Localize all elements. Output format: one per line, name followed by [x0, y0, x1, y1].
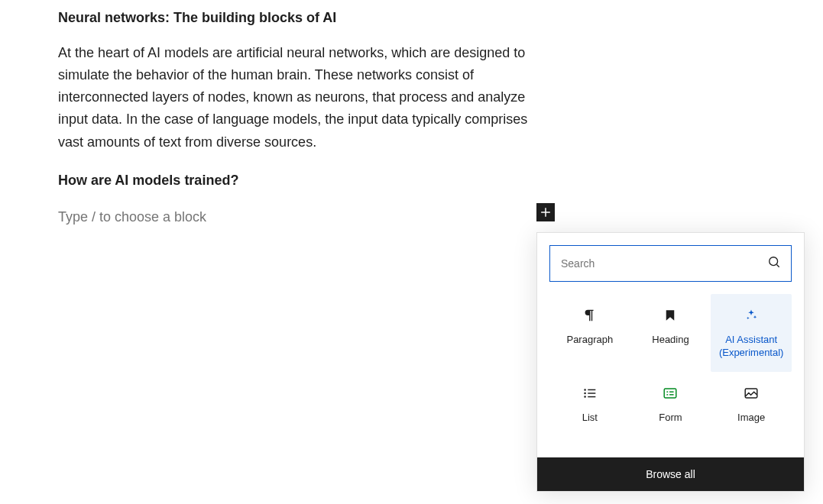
block-label: AI Assistant (Experimental) — [714, 334, 789, 360]
search-input[interactable] — [559, 257, 766, 270]
list-icon — [582, 384, 598, 402]
paragraph-block[interactable]: At the heart of AI models are artificial… — [58, 42, 535, 153]
sparkle-icon — [744, 306, 759, 325]
image-icon — [743, 384, 760, 402]
block-option-heading[interactable]: Heading — [630, 294, 711, 372]
block-label: List — [582, 412, 598, 425]
svg-rect-7 — [665, 389, 677, 398]
svg-point-5 — [585, 393, 585, 393]
block-option-form[interactable]: Form — [630, 372, 711, 445]
svg-point-0 — [770, 257, 778, 266]
search-icon — [766, 254, 782, 273]
block-option-ai-assistant[interactable]: AI Assistant (Experimental) — [711, 294, 792, 372]
browse-all-button[interactable]: Browse all — [537, 457, 804, 491]
section-heading-2[interactable]: How are AI models trained? — [58, 170, 535, 191]
block-inserter-popover: Paragraph Heading AI Assistant (Experime… — [536, 232, 805, 492]
block-label: Heading — [652, 334, 689, 347]
paragraph-icon — [582, 306, 598, 325]
block-option-list[interactable]: List — [549, 372, 630, 445]
new-block-placeholder[interactable]: Type / to choose a block — [58, 209, 206, 225]
heading-icon — [663, 306, 677, 325]
block-label: Image — [737, 412, 765, 425]
svg-point-6 — [585, 396, 585, 397]
section-heading-1[interactable]: Neural networks: The building blocks of … — [58, 8, 535, 28]
block-label: Paragraph — [566, 334, 613, 347]
search-box — [549, 245, 792, 282]
add-block-button[interactable] — [536, 203, 555, 221]
plus-icon — [538, 205, 553, 220]
block-option-paragraph[interactable]: Paragraph — [549, 294, 630, 372]
block-label: Form — [659, 412, 682, 425]
form-icon — [662, 384, 679, 402]
svg-point-4 — [585, 389, 585, 390]
block-option-image[interactable]: Image — [711, 372, 792, 445]
